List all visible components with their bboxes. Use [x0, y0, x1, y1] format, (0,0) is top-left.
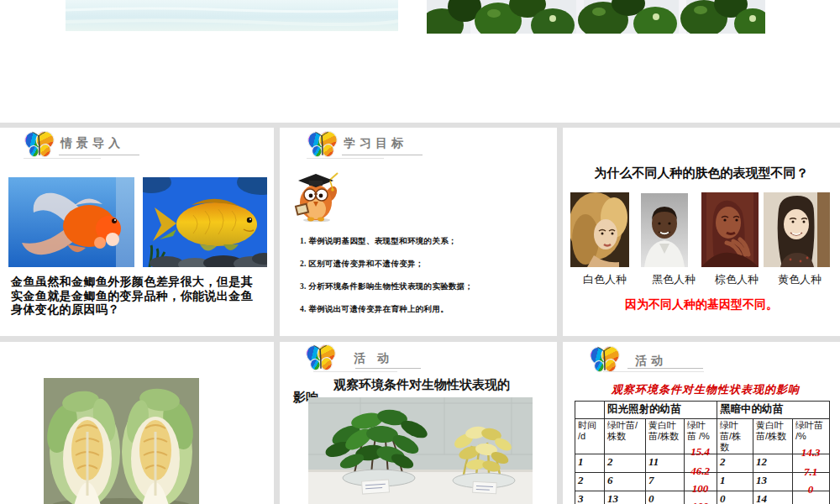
cell-dark-yellow: 13 [753, 473, 793, 491]
slide-skin-colour[interactable]: 为什么不同人种的肤色的表现型不同？ [563, 128, 840, 336]
dark-green-percentage: 14.3 [792, 446, 829, 459]
column-divider [274, 123, 280, 504]
header-underline [342, 155, 423, 155]
yellow-race-portrait [764, 192, 830, 267]
slide-cabbage-photo[interactable] [0, 342, 274, 504]
dark-green-percentage: 7.1 [792, 465, 829, 479]
sun-green-percentage: 100 [684, 482, 717, 496]
white-race-portrait [570, 192, 629, 267]
black-race-portrait [641, 193, 688, 267]
cell-dark-green: 2 [717, 454, 753, 473]
sky-photo-bottom-edge [66, 0, 398, 31]
cell-sun-green: 2 [605, 454, 646, 473]
race-label: 黑色人种 [652, 272, 696, 287]
cell-sun-yellow: 7 [646, 473, 685, 491]
col-header: 时间 /d [575, 419, 605, 454]
sun-green-percentage: 46.2 [684, 465, 717, 478]
caption-line: 金鱼虽然和金鲫鱼外形颜色差异很大，但是其 [11, 276, 274, 290]
corner-cell [575, 402, 605, 419]
green-peppers-photo-bottom-edge [427, 0, 765, 34]
slide-activity-table[interactable]: 活动 观察环境条件对生物性状表现的影响 阳光照射的幼苗 黑暗中的幼苗 时间 /d… [563, 342, 840, 504]
cell-sun-yellow: 11 [646, 454, 685, 473]
table-title: 观察环境条件对生物性状表现的影响 [612, 382, 800, 397]
answer-text: 因为不同人种的基因型不同。 [563, 297, 840, 312]
brown-race-portrait [701, 192, 759, 267]
slide-header: 活 动 [354, 351, 393, 366]
question-title: 为什么不同人种的肤色的表现型不同？ [563, 165, 840, 181]
activity-title-line1: 观察环境条件对生物性状表现的 [333, 377, 510, 393]
butterfly-logo-icon [305, 344, 337, 372]
header-underline [307, 158, 384, 159]
cabbage-halves-photo [44, 378, 199, 504]
slide-header: 学习目标 [344, 136, 407, 151]
goal-item: 2. 区别可遗传变异和不遗传变异； [300, 259, 552, 270]
dark-green-percentage: 0 [792, 483, 829, 496]
sun-green-percentage: 100 [684, 500, 717, 504]
cell-time: 2 [575, 473, 605, 491]
race-label: 白色人种 [583, 272, 627, 287]
caption-line: 实金鱼就是金鲫鱼的变异品种，你能说出金鱼 [11, 290, 274, 304]
cell-dark-yellow: 14 [753, 491, 793, 504]
header-underline [627, 368, 703, 369]
scenario-caption: 金鱼虽然和金鲫鱼外形颜色差异很大，但是其 实金鱼就是金鲫鱼的变异品种，你能说出金… [11, 276, 274, 318]
cell-time: 1 [575, 454, 605, 473]
slide-learning-goals[interactable]: 学习目标 [280, 128, 557, 336]
row-divider [0, 336, 840, 342]
cell-sun-green: 6 [605, 473, 646, 491]
slide-header: 情景导入 [60, 136, 124, 151]
cell-dark-green: 0 [717, 491, 753, 504]
goal-item: 3. 分析环境条件影响生物性状表现的实验数据； [300, 281, 552, 292]
slide-activity-observation[interactable]: 活 动 观察环境条件对生物性状表现的 影响 [280, 342, 557, 504]
cell-sun-yellow: 0 [646, 491, 685, 504]
race-label: 黄色人种 [778, 272, 822, 287]
cell-time: 3 [575, 491, 605, 504]
col-header: 绿叶苗/株数 [605, 419, 646, 454]
cell-sun-green: 13 [605, 491, 646, 504]
slide-preview-grid: 情景导入 [0, 0, 840, 504]
fancy-goldfish-photo [8, 177, 134, 267]
goal-item: 4. 举例说出可遗传变异在育种上的利用。 [300, 304, 552, 315]
butterfly-logo-icon [589, 346, 621, 374]
slide-scenario-intro[interactable]: 情景导入 [0, 128, 274, 336]
butterfly-logo-icon [24, 131, 55, 159]
cell-dark-yellow: 12 [753, 454, 793, 473]
header-underline [24, 158, 101, 159]
col-header: 黄白叶苗/株数 [646, 419, 685, 454]
golden-crucian-photo [143, 177, 267, 267]
seedlings-light-dark-photo [308, 397, 533, 504]
column-divider [557, 123, 563, 504]
sun-green-percentage: 15.4 [684, 445, 717, 459]
caption-line: 身体变化的原因吗？ [11, 303, 274, 318]
cell-dark-green: 1 [717, 473, 753, 491]
slide-header: 活动 [635, 354, 667, 369]
group-header-sunlight: 阳光照射的幼苗 [605, 402, 717, 419]
race-label: 棕色人种 [715, 272, 759, 287]
header-underline [313, 371, 397, 372]
col-header: 绿叶苗/株数 [717, 419, 753, 454]
dark-green-percentage: 0 [792, 501, 829, 504]
col-header: 黄白叶苗/株数 [753, 419, 793, 454]
header-underline [59, 155, 139, 155]
owl-teacher-clipart [291, 170, 340, 222]
header-underline [355, 368, 421, 369]
butterfly-logo-icon [307, 131, 339, 159]
group-header-dark: 黑暗中的幼苗 [717, 402, 830, 419]
header-underline [603, 371, 704, 372]
goal-item: 1. 举例说明基因型、表现型和环境的关系； [300, 236, 552, 247]
